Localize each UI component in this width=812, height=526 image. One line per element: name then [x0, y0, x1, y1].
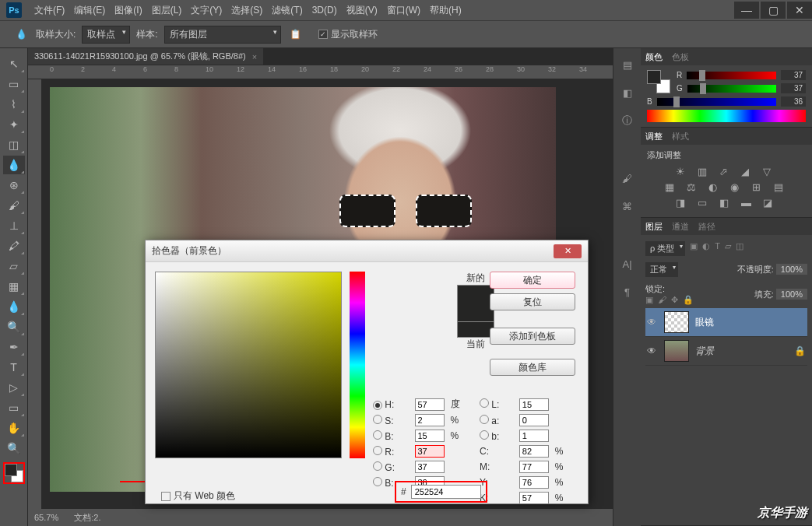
threshold-icon[interactable]: ◧ [719, 197, 733, 209]
history-icon[interactable]: ▤ [619, 58, 636, 72]
reset-button[interactable]: 复位 [490, 293, 575, 310]
lookup-icon[interactable]: ▤ [774, 181, 788, 194]
filter-type-icon[interactable]: T [715, 241, 720, 256]
lasso-tool[interactable]: ⌇ [3, 95, 25, 114]
y-input[interactable] [519, 476, 549, 489]
g-slider[interactable] [687, 85, 776, 93]
dialog-titlebar[interactable]: 拾色器（前景色） ✕ [146, 240, 588, 262]
bw-icon[interactable]: ◐ [708, 181, 722, 194]
eyedropper-tool[interactable]: 💧 [3, 156, 25, 174]
g-radio[interactable] [373, 461, 382, 471]
opacity-value[interactable]: 100% [776, 264, 807, 275]
g-value[interactable]: 37 [781, 83, 806, 93]
posterize-icon[interactable]: ▭ [698, 197, 712, 209]
clone-panel-icon[interactable]: ⌘ [619, 199, 636, 213]
hex-input[interactable] [411, 485, 481, 499]
close-button[interactable]: ✕ [787, 2, 812, 19]
blur-tool[interactable]: 💧 [3, 297, 25, 316]
g-input[interactable] [415, 461, 445, 473]
wand-tool[interactable]: ✦ [3, 115, 25, 134]
document-tab[interactable]: 330611-14021R15930100.jpg @ 65.7% (眼镜, R… [28, 48, 263, 65]
layer-thumbnail[interactable] [664, 340, 689, 362]
dialog-close-button[interactable]: ✕ [554, 244, 582, 258]
menu-filter[interactable]: 滤镜(T) [267, 4, 307, 17]
properties-icon[interactable]: ◧ [619, 86, 636, 100]
filter-smart-icon[interactable]: ◫ [736, 241, 743, 256]
heal-tool[interactable]: ⊛ [3, 176, 25, 195]
lb-input[interactable] [519, 430, 549, 442]
web-only-checkbox[interactable] [161, 492, 170, 501]
layer-thumbnail[interactable] [664, 311, 689, 333]
pen-tool[interactable]: ✒ [3, 338, 25, 356]
a-input[interactable] [519, 414, 549, 426]
invert-icon[interactable]: ◨ [676, 197, 690, 209]
path-tool[interactable]: ▷ [3, 378, 25, 397]
photo-filter-icon[interactable]: ◉ [730, 181, 744, 194]
gradient-tool[interactable]: ▦ [3, 277, 25, 296]
c-input[interactable] [519, 445, 549, 458]
info-icon[interactable]: ⓘ [619, 114, 636, 128]
crop-tool[interactable]: ◫ [3, 135, 25, 154]
r-radio[interactable] [373, 446, 382, 455]
r-slider[interactable] [687, 72, 776, 79]
filter-image-icon[interactable]: ▣ [690, 241, 698, 256]
brush-tool[interactable]: 🖌 [3, 196, 25, 215]
menu-select[interactable]: 选择(S) [227, 4, 267, 17]
layer-item[interactable]: 👁 眼镜 [645, 308, 807, 337]
br-input[interactable] [415, 430, 445, 442]
zoom-value[interactable]: 65.7% [34, 513, 58, 522]
brightness-icon[interactable]: ☀ [676, 166, 690, 178]
layer-name[interactable]: 背景 [695, 345, 714, 358]
color-libraries-button[interactable]: 颜色库 [490, 359, 575, 376]
color-swatch-pair[interactable] [647, 70, 670, 93]
layer-item[interactable]: 👁 背景 🔒 [645, 337, 807, 366]
lock-pos-icon[interactable]: ✥ [671, 295, 678, 305]
move-tool[interactable]: ↖ [3, 54, 25, 73]
stamp-tool[interactable]: ⊥ [3, 216, 25, 235]
h-input[interactable] [415, 398, 445, 411]
type-tool[interactable]: T [3, 358, 25, 377]
current-color-swatch[interactable] [457, 322, 494, 338]
add-swatch-button[interactable]: 添加到色板 [490, 328, 575, 345]
tab-styles[interactable]: 样式 [672, 131, 689, 142]
h-radio[interactable] [373, 401, 382, 410]
saturation-field[interactable] [155, 272, 342, 458]
k-input[interactable] [519, 492, 549, 504]
close-tab-icon[interactable]: × [252, 52, 257, 61]
l-radio[interactable] [480, 398, 489, 408]
br-radio[interactable] [373, 430, 382, 440]
sample-size-dropdown[interactable]: 取样点 [82, 26, 130, 44]
s-radio[interactable] [373, 415, 382, 424]
tab-layers[interactable]: 图层 [645, 221, 663, 233]
fill-value[interactable]: 100% [776, 289, 807, 300]
blend-mode-dropdown[interactable]: 正常 [645, 262, 678, 277]
r-value[interactable]: 37 [781, 70, 806, 80]
menu-3d[interactable]: 3D(D) [308, 5, 342, 16]
hue-slider[interactable] [350, 272, 365, 458]
marquee-tool[interactable]: ▭ [3, 75, 25, 93]
menu-type[interactable]: 文字(Y) [186, 4, 227, 17]
clipboard-icon[interactable]: 📋 [287, 26, 304, 43]
levels-icon[interactable]: ▥ [698, 166, 712, 178]
r-input[interactable] [415, 445, 445, 458]
lb-radio[interactable] [480, 430, 489, 440]
layer-filter-dropdown[interactable]: ρ 类型 [645, 241, 685, 256]
history-brush-tool[interactable]: 🖍 [3, 237, 25, 255]
ok-button[interactable]: 确定 [490, 272, 575, 289]
layer-name[interactable]: 眼镜 [695, 316, 714, 329]
lock-trans-icon[interactable]: ▣ [645, 295, 653, 305]
char-panel-icon[interactable]: A| [619, 257, 636, 271]
a-radio[interactable] [480, 415, 489, 424]
visibility-icon[interactable]: 👁 [647, 317, 658, 328]
tab-color[interactable]: 颜色 [645, 51, 663, 63]
menu-help[interactable]: 帮助(H) [425, 4, 466, 17]
sample-dropdown[interactable]: 所有图层 [164, 26, 281, 44]
foreground-swatch[interactable] [5, 464, 17, 476]
shape-tool[interactable]: ▭ [3, 398, 25, 417]
spectrum-bar[interactable] [647, 110, 806, 122]
para-panel-icon[interactable]: ¶ [619, 285, 636, 299]
b-radio[interactable] [373, 477, 382, 486]
visibility-icon[interactable]: 👁 [647, 345, 658, 356]
s-input[interactable] [415, 414, 445, 426]
brush-panel-icon[interactable]: 🖌 [619, 171, 636, 185]
